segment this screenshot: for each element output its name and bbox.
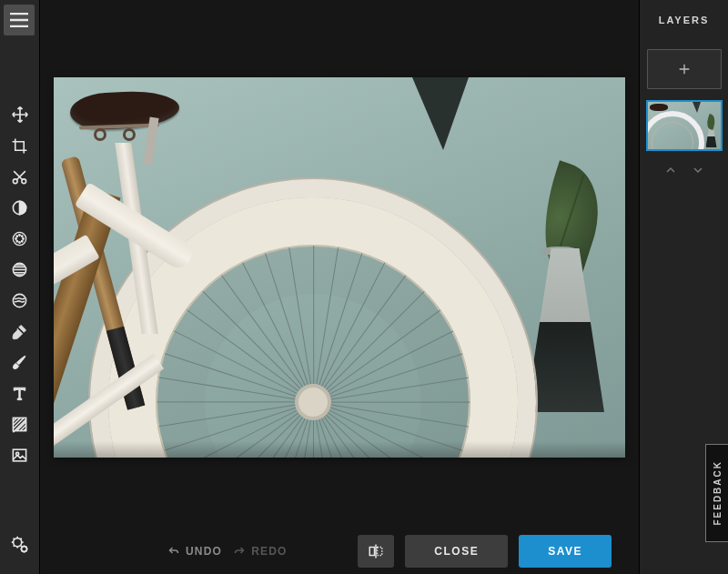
tool-sidebar [0,0,40,574]
feedback-tab[interactable]: FEEDBACK [705,444,728,542]
svg-point-7 [23,237,25,239]
close-label: CLOSE [434,545,479,558]
svg-point-5 [19,241,21,243]
image-tool-icon[interactable] [9,444,31,466]
text-tool-icon[interactable] [9,382,31,404]
chevron-up-icon [664,165,677,176]
main-menu-button[interactable] [4,5,35,35]
svg-rect-19 [370,548,375,556]
compare-button[interactable] [358,535,394,568]
color-tool-icon[interactable] [9,227,31,249]
redo-icon [233,546,246,557]
layer-thumbnail[interactable] [646,100,723,151]
plus-icon [677,62,692,76]
svg-rect-20 [378,548,382,556]
svg-point-0 [13,178,17,183]
layer-move-down-button[interactable] [692,164,704,178]
chevron-down-icon [692,165,704,176]
undo-label: UNDO [186,545,222,558]
healing-brush-tool-icon[interactable] [9,320,31,342]
editor-stage [40,0,639,574]
svg-point-4 [19,234,21,236]
move-tool-icon[interactable] [9,104,31,126]
svg-point-9 [21,235,23,237]
layer-move-up-button[interactable] [664,164,677,178]
undo-button[interactable]: UNDO [167,545,222,558]
crop-tool-icon[interactable] [9,135,31,156]
svg-point-8 [16,235,18,237]
action-bar: UNDO REDO CLOSE SAVE [40,529,639,574]
svg-point-6 [15,237,17,239]
layers-title: LAYERS [659,0,710,33]
redo-button[interactable]: REDO [233,545,287,558]
undo-icon [167,546,180,557]
svg-point-18 [22,547,27,552]
add-layer-button[interactable] [647,49,722,89]
close-button[interactable]: CLOSE [405,535,508,568]
liquify-tool-icon[interactable] [9,289,31,311]
svg-rect-15 [13,449,25,461]
exposure-tool-icon[interactable] [9,196,31,218]
settings-icon[interactable] [9,534,29,558]
feedback-label: FEEDBACK [713,460,723,526]
compare-icon [368,543,384,559]
hamburger-icon [10,13,28,27]
svg-point-11 [21,240,23,242]
redo-label: REDO [251,545,287,558]
cut-tool-icon[interactable] [9,166,31,187]
pattern-tool-icon[interactable] [9,413,31,435]
svg-point-10 [16,240,18,242]
save-label: SAVE [548,545,582,558]
canvas-image[interactable] [54,77,625,458]
paint-brush-tool-icon[interactable] [9,351,31,373]
save-button[interactable]: SAVE [519,535,612,568]
vignette-tool-icon[interactable] [9,258,31,280]
svg-point-1 [22,178,26,183]
